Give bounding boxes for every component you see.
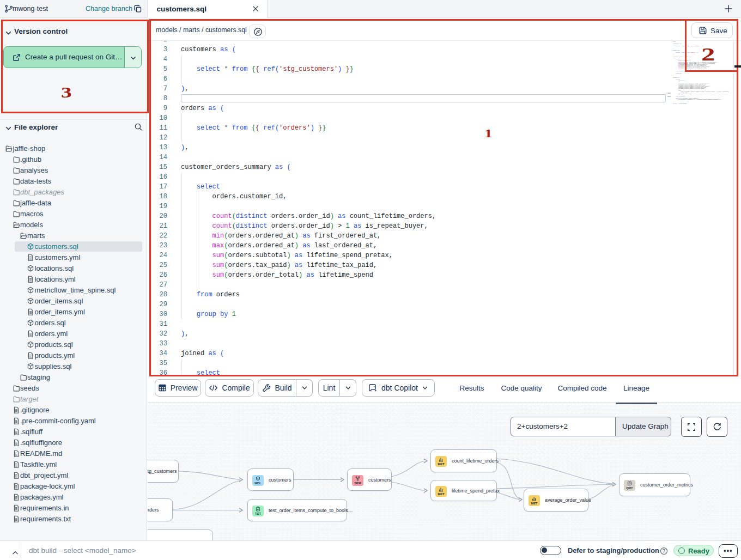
svg-text:QRY: QRY bbox=[626, 486, 633, 490]
svg-text:TST: TST bbox=[255, 512, 261, 515]
svg-text:MET: MET bbox=[438, 492, 445, 496]
svg-text:SEM: SEM bbox=[354, 482, 361, 485]
svg-text:MET: MET bbox=[438, 462, 445, 466]
svg-text:MDL: MDL bbox=[254, 482, 262, 485]
svg-text:MET: MET bbox=[531, 502, 538, 505]
